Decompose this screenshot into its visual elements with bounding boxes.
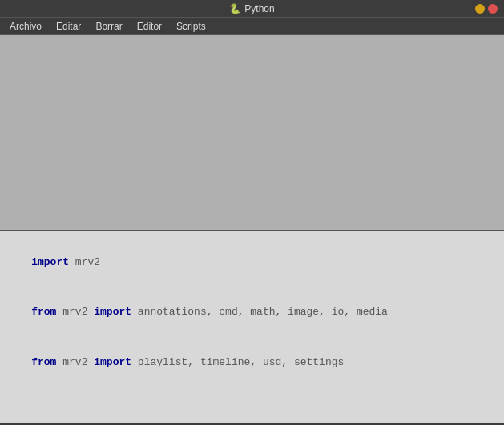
module-name-1: mrv2 [56, 306, 94, 318]
import-names-2: playlist, timeline, usd, settings [131, 356, 344, 368]
module-name-2: mrv2 [56, 356, 94, 368]
keyword-import-3: import [94, 356, 131, 368]
menu-borrar[interactable]: Borrar [89, 19, 128, 34]
code-editor[interactable]: import mrv2 from mrv2 import annotations… [0, 231, 504, 423]
import-names-1: annotations, cmd, math, image, io, media [131, 306, 388, 318]
menu-archivo[interactable]: Archivo [3, 19, 48, 34]
window-title: 🐍 Python [229, 3, 274, 14]
keyword-from-1: from [31, 306, 56, 318]
python-icon: 🐍 [229, 3, 241, 14]
menu-scripts[interactable]: Scripts [170, 19, 212, 34]
menu-editor[interactable]: Editor [131, 19, 168, 34]
menu-bar: Archivo Editar Borrar Editor Scripts [0, 18, 504, 35]
close-button[interactable] [488, 4, 498, 14]
window-controls [475, 4, 498, 14]
menu-editar[interactable]: Editar [50, 19, 87, 34]
title-text: Python [244, 3, 274, 14]
keyword-import-2: import [94, 306, 131, 318]
minimize-button[interactable] [475, 4, 485, 14]
title-bar: 🐍 Python [0, 0, 504, 18]
code-line-1: import mrv2 [6, 238, 498, 287]
keyword-from-2: from [31, 356, 56, 368]
keyword-import-1: import [31, 256, 69, 268]
module-mrv2: mrv2 [69, 256, 100, 268]
code-line-3: from mrv2 import playlist, timeline, usd… [6, 338, 498, 387]
code-line-2: from mrv2 import annotations, cmd, math,… [6, 287, 498, 337]
upper-panel [0, 35, 504, 231]
